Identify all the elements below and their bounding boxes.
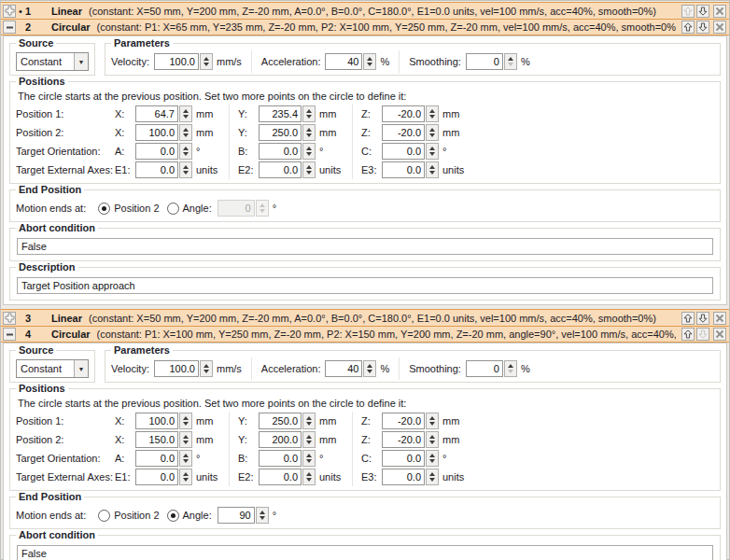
abort-condition-input[interactable]: False: [17, 238, 713, 255]
radio-angle[interactable]: [167, 203, 179, 215]
acceleration-input[interactable]: 40: [325, 53, 362, 70]
position-field[interactable]: 100.0: [135, 413, 178, 429]
spinner[interactable]: [426, 105, 439, 122]
unit-label: units: [442, 471, 464, 483]
spinner[interactable]: [179, 143, 192, 160]
acceleration-spinner[interactable]: [363, 53, 376, 70]
angle-spinner[interactable]: [256, 507, 269, 524]
move-up-button[interactable]: [681, 312, 695, 325]
move-up-button[interactable]: [681, 5, 695, 18]
orientation-field[interactable]: 0.0: [135, 143, 178, 160]
position-field[interactable]: 250.0: [259, 124, 302, 141]
spinner[interactable]: [426, 161, 439, 178]
radio-angle[interactable]: [167, 510, 179, 522]
divider: [251, 50, 252, 73]
velocity-input[interactable]: 100.0: [154, 53, 199, 70]
position-field[interactable]: -20.0: [382, 105, 425, 122]
delete-icon[interactable]: [713, 312, 726, 325]
spinner[interactable]: [302, 124, 316, 141]
orientation-field[interactable]: 0.0: [259, 450, 302, 467]
spinner[interactable]: [179, 469, 192, 485]
position-field[interactable]: 235.4: [259, 105, 302, 122]
external-axis-field[interactable]: 0.0: [259, 469, 302, 485]
collapse-icon[interactable]: [3, 21, 16, 34]
step-row-4[interactable]: 4 Circular (constant: P1: X=100 mm, Y=25…: [1, 326, 729, 343]
move-down-button[interactable]: [696, 312, 709, 325]
delete-icon[interactable]: [713, 21, 726, 34]
expand-icon[interactable]: [3, 5, 16, 18]
position-field[interactable]: 100.0: [135, 124, 178, 141]
angle-spinner[interactable]: [256, 200, 269, 217]
collapse-icon[interactable]: [3, 328, 16, 341]
unit-label: °: [196, 146, 200, 157]
position-field[interactable]: -20.0: [382, 431, 425, 448]
smoothing-spinner[interactable]: [504, 360, 517, 377]
external-axis-field[interactable]: 0.0: [135, 161, 178, 178]
spinner[interactable]: [179, 105, 192, 122]
expand-icon[interactable]: [3, 312, 16, 325]
angle-input[interactable]: 0: [218, 200, 255, 217]
move-down-button[interactable]: [696, 328, 709, 341]
position-field[interactable]: -20.0: [382, 124, 425, 141]
spinner[interactable]: [179, 431, 192, 448]
delete-icon[interactable]: [713, 328, 726, 341]
smoothing-input[interactable]: 0: [466, 360, 503, 377]
step-row-1[interactable]: • 1 Linear (constant: X=50 mm, Y=200 mm,…: [1, 2, 729, 19]
spinner[interactable]: [302, 105, 316, 122]
spinner[interactable]: [426, 469, 439, 485]
step-row-3[interactable]: 3 Linear (constant: X=50 mm, Y=200 mm, Z…: [1, 309, 729, 326]
velocity-spinner[interactable]: [200, 360, 213, 377]
radio-position-2[interactable]: [98, 510, 110, 522]
source-select[interactable]: Constant ▼: [16, 359, 89, 378]
position-field[interactable]: 150.0: [135, 431, 178, 448]
orientation-field[interactable]: 0.0: [382, 450, 425, 467]
spinner[interactable]: [302, 161, 316, 178]
external-axis-field[interactable]: 0.0: [135, 469, 178, 485]
step-row-2[interactable]: 2 Circular (constant: P1: X=65 mm, Y=235…: [1, 19, 729, 35]
axis-label: X:: [115, 127, 135, 138]
source-group: Source Constant ▼: [9, 43, 95, 76]
spinner[interactable]: [179, 413, 192, 429]
spinner[interactable]: [426, 413, 439, 429]
move-down-button[interactable]: [696, 5, 709, 18]
spinner[interactable]: [302, 143, 316, 160]
acceleration-spinner[interactable]: [363, 360, 376, 377]
velocity-spinner[interactable]: [200, 53, 213, 70]
spinner[interactable]: [426, 124, 439, 141]
target-orientation-label: Target Orientation:: [16, 453, 115, 464]
spinner[interactable]: [426, 450, 439, 467]
external-axis-field[interactable]: 0.0: [259, 161, 302, 178]
external-axis-field[interactable]: 0.0: [382, 469, 425, 485]
position-field[interactable]: -20.0: [382, 413, 425, 429]
spinner[interactable]: [302, 450, 316, 467]
spinner[interactable]: [302, 431, 316, 448]
velocity-input[interactable]: 100.0: [154, 360, 199, 377]
smoothing-spinner[interactable]: [504, 53, 517, 70]
angle-input[interactable]: 90: [218, 507, 255, 524]
position-field[interactable]: 200.0: [259, 431, 302, 448]
spinner[interactable]: [302, 413, 316, 429]
acceleration-input[interactable]: 40: [325, 360, 362, 377]
radio-position-2[interactable]: [98, 203, 110, 215]
spinner[interactable]: [302, 469, 316, 485]
move-up-button[interactable]: [681, 328, 695, 341]
unit-label: °: [319, 453, 323, 464]
position-field[interactable]: 250.0: [259, 413, 302, 429]
external-axis-field[interactable]: 0.0: [382, 161, 425, 178]
spinner[interactable]: [426, 431, 439, 448]
delete-icon[interactable]: [713, 5, 726, 18]
orientation-field[interactable]: 0.0: [135, 450, 178, 467]
spinner[interactable]: [179, 124, 192, 141]
spinner[interactable]: [179, 161, 192, 178]
move-down-button[interactable]: [696, 21, 709, 34]
orientation-field[interactable]: 0.0: [382, 143, 425, 160]
description-input[interactable]: Target Position approach: [17, 277, 713, 294]
orientation-field[interactable]: 0.0: [259, 143, 302, 160]
move-up-button[interactable]: [681, 21, 695, 34]
spinner[interactable]: [179, 450, 192, 467]
smoothing-input[interactable]: 0: [466, 53, 503, 70]
position-field[interactable]: 64.7: [135, 105, 178, 122]
spinner[interactable]: [426, 143, 439, 160]
abort-condition-input[interactable]: False: [17, 545, 713, 560]
source-select[interactable]: Constant ▼: [16, 52, 89, 71]
